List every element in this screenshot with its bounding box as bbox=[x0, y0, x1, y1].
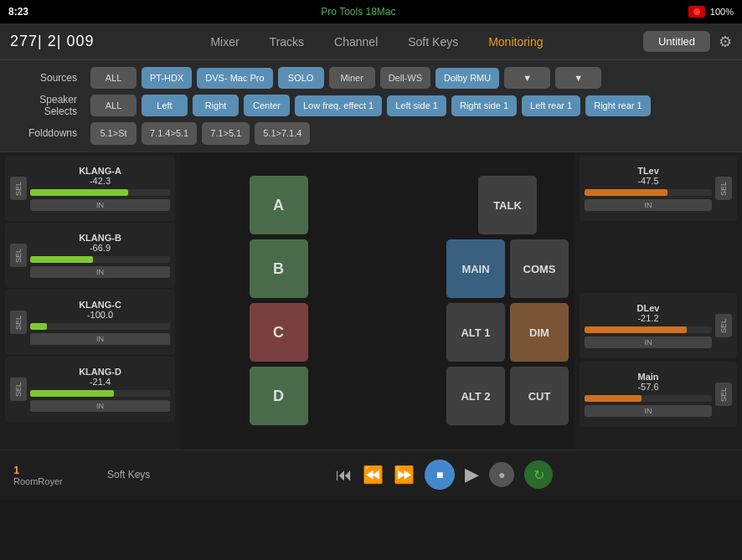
klang-c-in-button[interactable]: IN bbox=[30, 333, 170, 345]
center-matrix: A B C D bbox=[180, 152, 441, 450]
tlev-value: -47.5 bbox=[637, 176, 658, 186]
tlev-in-button[interactable]: IN bbox=[585, 199, 712, 211]
source-dell-ws[interactable]: Dell-WS bbox=[380, 67, 430, 89]
tlev-sel-button[interactable]: SEL bbox=[715, 177, 732, 200]
folddowns-row: Folddowns 5.1>St 7.1.4>5.1 7.1>5.1 5.1>7… bbox=[10, 122, 732, 144]
source-solo[interactable]: SOLO bbox=[278, 67, 324, 89]
klang-b-info: KLANG-B -66.9 IN bbox=[30, 233, 170, 278]
stop-button[interactable]: ■ bbox=[425, 460, 455, 490]
klang-c-sel-button[interactable]: SEL bbox=[10, 311, 27, 334]
channel-tlev: TLev -47.5 IN SEL bbox=[580, 156, 737, 221]
coms-button[interactable]: COMS bbox=[510, 239, 569, 298]
speaker-selects-row: Speaker Selects ALL Left Right Center Lo… bbox=[10, 94, 732, 117]
speaker-right-rear[interactable]: Right rear 1 bbox=[585, 95, 650, 116]
klang-b-sel-button[interactable]: SEL bbox=[10, 244, 27, 267]
klang-a-fill bbox=[30, 189, 128, 196]
alt2-button[interactable]: ALT 2 bbox=[446, 367, 505, 425]
speaker-center[interactable]: Center bbox=[244, 95, 290, 116]
fast-forward-button[interactable]: ⏩ bbox=[394, 465, 415, 485]
klang-b-value: -66.9 bbox=[90, 243, 111, 253]
speaker-all[interactable]: ALL bbox=[90, 95, 137, 116]
klang-d-info: KLANG-D -21.4 IN bbox=[30, 367, 170, 412]
main-rch-sel-button[interactable]: SEL bbox=[715, 383, 732, 406]
loop-button[interactable]: ↻ bbox=[524, 460, 553, 489]
preset-button[interactable]: Untitled bbox=[643, 31, 710, 52]
speaker-left-side[interactable]: Left side 1 bbox=[387, 95, 446, 116]
klang-a-in-button[interactable]: IN bbox=[30, 199, 170, 211]
action-buttons: TALK MAIN COMS ALT 1 DIM ALT 2 CUT bbox=[441, 152, 575, 450]
timecode-display: 277| 2| 009 bbox=[10, 33, 111, 50]
klang-b-fader bbox=[30, 256, 170, 263]
alt1-button[interactable]: ALT 1 bbox=[446, 303, 505, 362]
dlev-sel-button[interactable]: SEL bbox=[715, 314, 732, 337]
rewind-to-start-button[interactable]: ⏮ bbox=[336, 465, 353, 485]
folddown-1[interactable]: 5.1>St bbox=[90, 122, 137, 144]
controls-section: Sources ALL PT-HDX DVS- Mac Pro SOLO Min… bbox=[0, 60, 742, 152]
play-button[interactable]: ▶ bbox=[465, 464, 479, 486]
main-content: SEL KLANG-A -42.3 IN SEL KLANG-B -66.9 I… bbox=[0, 152, 742, 450]
tab-monitoring[interactable]: Monitoring bbox=[473, 30, 558, 54]
speaker-left[interactable]: Left bbox=[142, 95, 188, 116]
klang-b-in-button[interactable]: IN bbox=[30, 266, 170, 278]
folddown-2[interactable]: 7.1.4>5.1 bbox=[142, 122, 197, 144]
klang-a-info: KLANG-A -42.3 IN bbox=[30, 166, 170, 211]
talk-button[interactable]: TALK bbox=[478, 176, 537, 234]
main-button[interactable]: MAIN bbox=[446, 239, 505, 298]
matrix-c-button[interactable]: C bbox=[250, 303, 308, 362]
main-rch-in-button[interactable]: IN bbox=[585, 405, 712, 417]
transport-controls: ⏮ ⏪ ⏩ ■ ▶ ● ↻ bbox=[160, 460, 729, 490]
speaker-right-side[interactable]: Right side 1 bbox=[451, 95, 517, 116]
nav-bar: 277| 2| 009 Mixer Tracks Channel Soft Ke… bbox=[0, 23, 742, 60]
matrix-b-button[interactable]: B bbox=[250, 239, 308, 298]
status-bar: 8:23 Pro Tools 18Mac 100% bbox=[0, 0, 742, 23]
record-button[interactable]: ● bbox=[489, 462, 514, 487]
speaker-left-rear[interactable]: Left rear 1 bbox=[522, 95, 580, 116]
dlev-value: -21.2 bbox=[637, 313, 658, 323]
klang-a-sel-button[interactable]: SEL bbox=[10, 177, 27, 200]
matrix-a-button[interactable]: A bbox=[250, 176, 308, 234]
rewind-button[interactable]: ⏪ bbox=[363, 465, 384, 485]
soft-keys-button[interactable]: Soft Keys bbox=[107, 469, 150, 480]
klang-d-fader bbox=[30, 390, 170, 397]
tab-mixer[interactable]: Mixer bbox=[195, 30, 254, 54]
matrix-d-button[interactable]: D bbox=[250, 367, 308, 425]
source-dvs[interactable]: DVS- Mac Pro bbox=[197, 68, 272, 89]
folddown-4[interactable]: 5.1>7.1.4 bbox=[255, 122, 310, 144]
source-dropdown-1[interactable]: ▼ bbox=[504, 67, 550, 89]
dlev-name: DLev bbox=[637, 303, 660, 313]
source-all[interactable]: ALL bbox=[90, 67, 137, 89]
action-row-3: ALT 1 DIM bbox=[446, 303, 569, 362]
speaker-lfe[interactable]: Low freq. effect 1 bbox=[295, 95, 382, 116]
source-dropdown-2[interactable]: ▼ bbox=[555, 67, 601, 89]
klang-d-in-button[interactable]: IN bbox=[30, 400, 170, 412]
settings-icon[interactable]: ⚙ bbox=[719, 33, 732, 51]
speaker-right[interactable]: Right bbox=[193, 95, 239, 116]
klang-d-name: KLANG-D bbox=[79, 367, 121, 377]
tab-softkeys[interactable]: Soft Keys bbox=[393, 30, 473, 54]
track-name: RoomRoyer bbox=[13, 476, 97, 486]
source-pt-hdx[interactable]: PT-HDX bbox=[142, 67, 192, 89]
tab-channel[interactable]: Channel bbox=[319, 30, 393, 54]
klang-a-value: -42.3 bbox=[90, 176, 111, 186]
klang-d-sel-button[interactable]: SEL bbox=[10, 378, 27, 401]
klang-d-fill bbox=[30, 390, 114, 397]
klang-c-info: KLANG-C -100.0 IN bbox=[30, 300, 170, 345]
dlev-fader bbox=[585, 326, 712, 333]
klang-b-fill bbox=[30, 256, 93, 263]
dlev-in-button[interactable]: IN bbox=[585, 337, 712, 348]
source-dolby[interactable]: Dolby RMU bbox=[435, 68, 499, 89]
dlev-info: DLev -21.2 IN bbox=[585, 303, 712, 348]
tlev-name: TLev bbox=[637, 166, 659, 176]
folddown-3[interactable]: 7.1>5.1 bbox=[202, 122, 250, 144]
source-miner[interactable]: Miner bbox=[329, 67, 375, 89]
dim-button[interactable]: DIM bbox=[510, 303, 569, 362]
cut-button[interactable]: CUT bbox=[510, 367, 569, 425]
channel-dlev: DLev -21.2 IN SEL bbox=[580, 293, 737, 358]
tab-tracks[interactable]: Tracks bbox=[255, 30, 319, 54]
status-time: 8:23 bbox=[8, 6, 28, 18]
klang-a-fader bbox=[30, 189, 170, 196]
channel-klang-b: SEL KLANG-B -66.9 IN bbox=[5, 223, 175, 288]
klang-c-fader bbox=[30, 323, 170, 330]
right-spacer bbox=[580, 224, 737, 290]
action-row-2: MAIN COMS bbox=[446, 239, 569, 298]
